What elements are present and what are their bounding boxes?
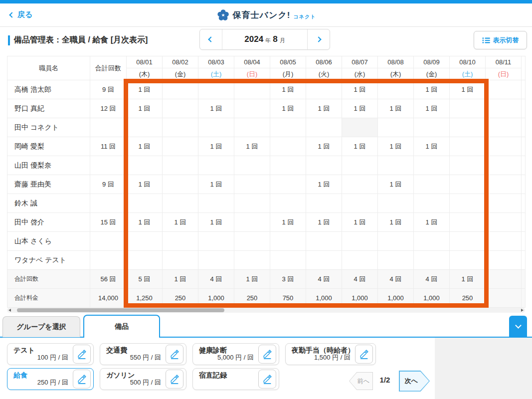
- usage-cell[interactable]: [198, 80, 234, 99]
- edit-item-button[interactable]: [73, 345, 91, 364]
- item-card[interactable]: 健康診断5,000 円 / 回: [192, 343, 279, 365]
- usage-cell[interactable]: [234, 213, 270, 232]
- usage-cell[interactable]: 1 回: [378, 99, 414, 118]
- usage-cell[interactable]: 1 回: [163, 213, 198, 232]
- usage-cell[interactable]: [234, 194, 270, 213]
- edit-item-button[interactable]: [258, 345, 276, 364]
- usage-cell[interactable]: 1 回: [198, 175, 234, 194]
- usage-cell[interactable]: [127, 194, 163, 213]
- usage-cell[interactable]: [163, 194, 198, 213]
- month-picker-value[interactable]: 2024 年 8 月: [222, 29, 308, 49]
- usage-cell[interactable]: [414, 194, 450, 213]
- usage-cell[interactable]: [198, 194, 234, 213]
- usage-cell[interactable]: [234, 80, 270, 99]
- usage-cell[interactable]: 1 回: [306, 175, 342, 194]
- usage-cell[interactable]: [270, 251, 306, 270]
- next-page-button[interactable]: 次へ: [399, 371, 430, 392]
- usage-cell[interactable]: [450, 251, 486, 270]
- usage-cell[interactable]: [127, 251, 163, 270]
- edit-item-button[interactable]: [258, 370, 276, 389]
- usage-cell[interactable]: [127, 232, 163, 251]
- usage-cell[interactable]: 1 回: [450, 80, 486, 99]
- usage-cell[interactable]: [414, 175, 450, 194]
- usage-cell[interactable]: [486, 251, 522, 270]
- item-card[interactable]: 給食250 円 / 回: [7, 368, 94, 390]
- usage-cell[interactable]: [234, 118, 270, 137]
- usage-cell[interactable]: [270, 137, 306, 156]
- usage-cell[interactable]: [450, 213, 486, 232]
- usage-cell[interactable]: [450, 137, 486, 156]
- item-card[interactable]: 交通費550 円 / 回: [100, 343, 186, 365]
- usage-cell[interactable]: [234, 99, 270, 118]
- usage-cell[interactable]: [486, 213, 522, 232]
- usage-cell[interactable]: 1 回: [342, 213, 378, 232]
- usage-cell[interactable]: [378, 194, 414, 213]
- usage-cell[interactable]: 1 回: [270, 99, 306, 118]
- usage-cell[interactable]: [342, 118, 378, 137]
- usage-cell[interactable]: [450, 118, 486, 137]
- usage-cell[interactable]: [234, 175, 270, 194]
- usage-cell[interactable]: 1 回: [198, 137, 234, 156]
- usage-cell[interactable]: 1 回: [306, 213, 342, 232]
- usage-cell[interactable]: [234, 232, 270, 251]
- usage-cell[interactable]: [378, 232, 414, 251]
- usage-cell[interactable]: [306, 194, 342, 213]
- usage-cell[interactable]: [450, 194, 486, 213]
- usage-cell[interactable]: 1 回: [414, 80, 450, 99]
- usage-cell[interactable]: [163, 137, 198, 156]
- usage-cell[interactable]: 1 回: [127, 175, 163, 194]
- usage-cell[interactable]: [450, 175, 486, 194]
- usage-cell[interactable]: [486, 118, 522, 137]
- usage-cell[interactable]: 1 回: [306, 99, 342, 118]
- usage-cell[interactable]: 1 回: [127, 80, 163, 99]
- usage-cell[interactable]: [163, 232, 198, 251]
- usage-cell[interactable]: 1 回: [342, 137, 378, 156]
- scrollbar-thumb[interactable]: [17, 308, 224, 312]
- usage-cell[interactable]: 1 回: [270, 80, 306, 99]
- usage-cell[interactable]: 1 回: [414, 213, 450, 232]
- usage-cell[interactable]: [414, 232, 450, 251]
- usage-cell[interactable]: [306, 251, 342, 270]
- usage-cell[interactable]: [342, 251, 378, 270]
- usage-cell[interactable]: [163, 175, 198, 194]
- scroll-right-arrow-icon[interactable]: [521, 309, 524, 312]
- usage-cell[interactable]: [342, 194, 378, 213]
- usage-cell[interactable]: [486, 194, 522, 213]
- scroll-left-arrow-icon[interactable]: [8, 309, 11, 312]
- usage-cell[interactable]: [270, 194, 306, 213]
- usage-cell[interactable]: [270, 118, 306, 137]
- usage-cell[interactable]: 1 回: [378, 137, 414, 156]
- tab-items[interactable]: 備品: [83, 315, 160, 338]
- usage-cell[interactable]: 1 回: [342, 99, 378, 118]
- usage-cell[interactable]: [306, 80, 342, 99]
- usage-cell[interactable]: [163, 80, 198, 99]
- usage-cell[interactable]: 1 回: [306, 137, 342, 156]
- usage-cell[interactable]: [378, 156, 414, 175]
- usage-cell[interactable]: [378, 118, 414, 137]
- usage-cell[interactable]: 1 回: [414, 137, 450, 156]
- usage-cell[interactable]: 1 回: [127, 99, 163, 118]
- usage-cell[interactable]: [270, 175, 306, 194]
- usage-cell[interactable]: [378, 80, 414, 99]
- horizontal-scrollbar[interactable]: [7, 308, 525, 313]
- usage-cell[interactable]: [163, 251, 198, 270]
- usage-cell[interactable]: [414, 251, 450, 270]
- usage-cell[interactable]: [450, 156, 486, 175]
- usage-cell[interactable]: [414, 156, 450, 175]
- usage-cell[interactable]: 1 回: [414, 99, 450, 118]
- edit-item-button[interactable]: [166, 345, 183, 364]
- usage-cell[interactable]: [163, 99, 198, 118]
- usage-cell[interactable]: [306, 118, 342, 137]
- usage-cell[interactable]: 1 回: [127, 213, 163, 232]
- usage-cell[interactable]: [163, 118, 198, 137]
- usage-cell[interactable]: 1 回: [342, 80, 378, 99]
- usage-cell[interactable]: [486, 137, 522, 156]
- view-toggle-button[interactable]: 表示切替: [474, 31, 527, 49]
- usage-cell[interactable]: 1 回: [378, 175, 414, 194]
- item-card[interactable]: テスト100 円 / 回: [7, 343, 94, 365]
- usage-cell[interactable]: [198, 232, 234, 251]
- item-card[interactable]: ガソリン500 円 / 回: [100, 368, 186, 390]
- usage-cell[interactable]: 1 回: [234, 137, 270, 156]
- usage-cell[interactable]: 1 回: [198, 99, 234, 118]
- item-card[interactable]: 夜勤手当（時給者）1,500 円 / 回: [285, 343, 376, 365]
